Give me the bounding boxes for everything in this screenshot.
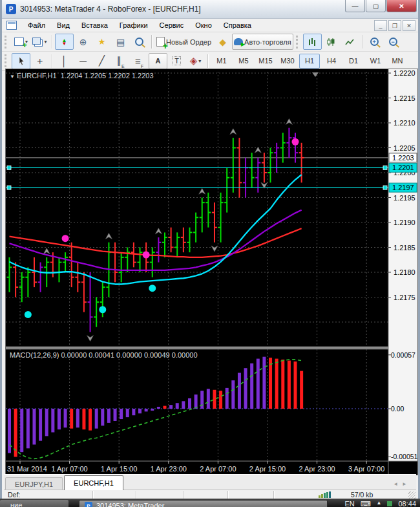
buy-dot [149,285,156,292]
text-label-button[interactable]: T [167,53,186,69]
buy-dot [25,311,32,318]
channel-icon: ∥ [116,55,121,67]
child-minimize-button[interactable]: _ [374,20,387,31]
menu-window[interactable]: Окно [189,20,218,30]
shapes-icon: ◈ [190,55,198,67]
menu-view[interactable]: Вид [51,20,76,30]
magnifier-window-icon [135,38,143,46]
metaeditor-button[interactable]: ◆ [213,34,232,50]
chart-system-icon[interactable] [6,21,17,30]
new-chart-button[interactable]: ▾ [12,34,30,50]
tab-eurchf[interactable]: EURCHF,H1 [64,475,123,490]
hidden-icons-arrow[interactable]: ▲ [377,500,382,506]
toolbar-grip[interactable] [5,54,10,67]
favorites-star-icon: ★ [98,37,106,47]
price-tick-label: 1.2185 [394,244,415,252]
menu-help[interactable]: Справка [218,20,257,30]
language-indicator[interactable]: EN [344,500,354,507]
candlestick-icon [326,38,336,47]
zoom-in-button[interactable]: + [365,34,384,50]
list-icon: ▤ [116,37,125,47]
window-title: 3014953: MetaTrader 4 - RoboForex - [EUR… [20,5,201,14]
tab-eurjpy[interactable]: EURJPY,H1 [5,477,63,490]
bar-chart-button[interactable] [303,34,322,50]
crosshair-target-button[interactable]: ⊕ [74,34,92,50]
taskbar-metatrader-button[interactable]: P 3014953: MetaTrader [79,500,328,507]
trendline-button[interactable]: ╱ [92,53,111,69]
menu-insert[interactable]: Вставка [76,20,114,30]
cursor-button[interactable] [12,53,30,69]
price-chart[interactable]: 1.22201.22151.22101.22051.22001.21951.21… [6,69,417,475]
menu-tools[interactable]: Сервис [154,20,190,30]
taskbar-partial-button[interactable]: ние [0,500,68,507]
level-price-label: 1.2197 [392,184,414,191]
timeframe-m30[interactable]: M30 [277,54,298,69]
new-order-button[interactable]: Новый Ордер [154,34,213,50]
timeframe-h4[interactable]: H4 [321,54,342,69]
timeframe-m1[interactable]: M1 [211,54,232,69]
time-tick-label: 2 Apr 23:00 [299,465,335,473]
menu-charts[interactable]: Графики [114,20,154,30]
timeframe-m5[interactable]: M5 [233,54,254,69]
resize-grip[interactable] [408,491,415,499]
taskbar-button-label: 3014953: MetaTrader [96,502,164,507]
text-label-icon: T [173,56,181,65]
vertical-line-icon: │ [61,56,67,67]
profile-indicator[interactable]: Def: [8,491,20,499]
clock[interactable]: 08:44 [398,500,416,507]
chart-tabbar: EURJPY,H1 EURCHF,H1 ◄► [4,474,416,490]
toolbar-grip[interactable] [296,36,301,49]
macd-tick-label: -0.00051 [391,453,417,460]
maximize-button[interactable]: ▢ [366,0,386,12]
horizontal-line-icon: ─ [79,56,87,67]
chart-window[interactable]: 1.22201.22151.22101.22051.22001.21951.21… [5,69,418,475]
menu-file[interactable]: Файл [22,20,51,30]
keyboard-icon[interactable]: ⌨ [361,500,371,507]
channel-button[interactable]: ∥E [111,53,130,69]
traffic-counter: 57/0 kb [351,491,373,499]
timeframe-m15[interactable]: M15 [255,54,276,69]
tick-chart-button[interactable]: ▲▼ [55,34,74,50]
time-tick-label: 31 Mar 2014 [7,465,47,473]
child-close-button[interactable]: ✕ [403,20,415,31]
timeframe-d1[interactable]: D1 [343,54,364,69]
buy-dot [99,306,106,313]
target-icon: ⊕ [79,37,87,47]
crosshair-button[interactable]: ＋ [30,53,49,69]
zoom-out-button[interactable]: − [384,34,403,50]
macd-tick-label: 0.00 [391,405,404,413]
toolbar-grip[interactable] [5,36,10,49]
titlebar[interactable]: P 3014953: MetaTrader 4 - RoboForex - [E… [2,0,418,19]
price-tick-label: 1.2190 [394,219,415,226]
fibonacci-button[interactable]: ≡F [130,53,149,69]
horizontal-line-button[interactable]: ─ [74,53,92,69]
line-studies-toolbar: ＋ │ ─ ╱ ∥E ≡F A T ◈▾ M1 M5 M15 M30 H1 H4… [2,52,418,70]
close-button[interactable]: ✕ [386,0,417,12]
autotrading-button[interactable]: Авто-торговля [232,34,293,50]
strategy-tester-button[interactable] [130,34,149,50]
price-tick-label: 1.2215 [394,94,415,102]
navigator-button[interactable]: ★ [92,34,111,50]
terminal-button[interactable]: ▤ [111,34,130,50]
toolbar-separator [151,35,152,49]
candlestick-chart-button[interactable] [322,34,341,50]
chevron-down-icon: ▾ [44,39,47,45]
time-tick-label: 1 Apr 23:00 [151,465,187,473]
menubar: Файл Вид Вставка Графики Сервис Окно Спр… [2,19,418,32]
arrows-button[interactable]: ◈▾ [186,53,205,69]
child-restore-button[interactable]: ❐ [388,20,401,31]
profiles-button[interactable]: ▾ [30,34,49,50]
new-order-label: Новый Ордер [166,38,211,46]
vertical-line-button[interactable]: │ [55,53,74,69]
minimize-button[interactable]: — [345,0,365,12]
timeframe-h1[interactable]: H1 [299,54,320,69]
macd-tick-label: 0.00057 [391,351,415,359]
tray-status-icon[interactable] [387,501,392,506]
timeframe-mn[interactable]: MN [387,54,408,69]
line-chart-button[interactable] [341,34,359,50]
timeframe-w1[interactable]: W1 [365,54,386,69]
system-tray: EN ⌨ ▲ 08:44 [344,500,416,507]
text-button[interactable]: A [149,53,167,69]
tab-scroll-arrows[interactable]: ◄► [393,481,416,487]
time-tick-label: 1 Apr 15:00 [101,465,137,473]
